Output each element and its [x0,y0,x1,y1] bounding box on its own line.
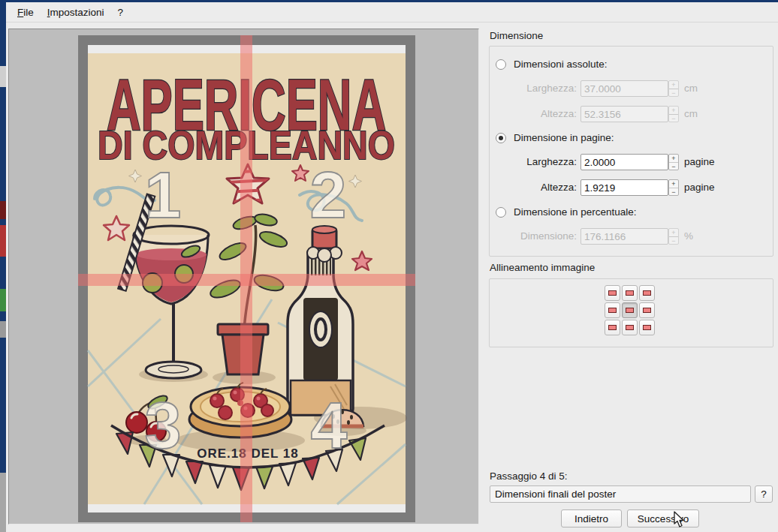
back-button[interactable]: Indietro [561,509,622,527]
desktop-icon-fragment [0,473,6,532]
page-number-2: 2 [310,158,347,232]
pages-width-spinner[interactable]: + − [668,154,679,170]
align-icon [608,325,617,330]
align-bottom-center-button[interactable] [622,320,638,335]
alignment-section-heading: Allineamento immagine [490,262,595,273]
desktop-icon-fragment [0,201,6,219]
radio-size-percentage-label: Dimensione in percentuale: [514,206,637,218]
align-icon [643,308,651,313]
abs-width-input[interactable] [580,80,668,97]
align-icon [643,325,651,330]
align-top-center-button[interactable] [622,285,638,301]
settings-panel: Dimensione Dimensioni assolute: Larghezz… [487,23,778,532]
percent-unit: % [684,230,693,242]
radio-size-in-pages-label: Dimensione in pagine: [514,132,614,143]
align-top-right-button[interactable] [639,285,655,301]
desktop-icon-fragment [0,66,6,87]
menu-bar: File Impostazioni ? [6,2,778,23]
abs-height-label: Altezza: [502,108,577,119]
menu-help[interactable]: ? [111,4,131,21]
spin-down-button[interactable]: − [669,188,678,196]
spin-down-button[interactable]: − [669,89,678,97]
abs-width-unit: cm [684,83,698,94]
radio-size-in-pages[interactable] [496,133,506,143]
percent-input[interactable] [580,228,668,245]
help-button[interactable]: ? [755,485,773,503]
desktop-edge-strip [0,0,6,532]
align-icon [626,290,634,296]
desktop-icon-fragment [0,225,6,257]
pages-width-label: Larghezza: [502,156,577,167]
pages-height-label: Altezza: [502,182,577,193]
align-icon [626,308,634,313]
desktop-icon-fragment [0,289,6,311]
spin-up-button[interactable]: + [669,107,678,114]
abs-width-spinner[interactable]: + − [668,80,679,97]
abs-height-input[interactable] [580,106,668,122]
pages-height-input[interactable] [580,179,668,196]
size-groupbox [489,46,773,257]
menu-settings[interactable]: Impostazioni [41,4,111,21]
next-button[interactable]: Successivo [627,509,699,527]
poster-preview-image: APERICENA DI COMPLEANNO [78,35,415,522]
page-number-1: 1 [145,158,182,232]
pages-width-unit: pagine [684,156,715,167]
spin-down-button[interactable]: − [669,236,678,245]
spin-down-button[interactable]: − [669,114,678,122]
align-icon [608,290,617,296]
radio-size-percentage[interactable] [496,207,506,218]
align-middle-right-button[interactable] [639,302,655,318]
align-center-button[interactable] [622,302,638,318]
align-icon [626,325,634,330]
mouse-cursor [674,511,686,528]
desktop-icon-fragment [0,321,6,338]
align-bottom-left-button[interactable] [605,320,620,335]
horizontal-page-split-band [78,274,415,286]
percent-spinner[interactable]: + − [668,228,679,245]
page-number-3: 3 [145,388,182,462]
spin-up-button[interactable]: + [669,155,678,162]
poster-preview-panel: APERICENA DI COMPLEANNO [8,29,479,524]
align-icon [608,308,617,313]
abs-width-label: Larghezza: [502,83,577,94]
spin-up-button[interactable]: + [669,180,678,188]
wizard-step-title: Dimensioni finali del poster [490,485,751,503]
pages-height-spinner[interactable]: + − [668,179,679,196]
align-icon [643,290,651,296]
spin-up-button[interactable]: + [669,81,678,89]
menu-file[interactable]: File [11,4,41,21]
percent-label: Dimensione: [502,230,577,242]
spin-down-button[interactable]: − [669,162,678,170]
align-top-left-button[interactable] [605,285,620,301]
abs-height-spinner[interactable]: + − [668,106,679,122]
wizard-step-label: Passaggio 4 di 5: [490,470,568,482]
spin-up-button[interactable]: + [669,229,678,236]
abs-height-unit: cm [684,108,698,119]
align-middle-left-button[interactable] [605,302,620,318]
radio-absolute-size[interactable] [496,59,506,70]
size-section-heading: Dimensione [490,30,543,41]
alignment-grid [605,285,655,335]
page-number-4: 4 [311,388,348,462]
pages-height-unit: pagine [684,182,715,193]
radio-absolute-size-label: Dimensioni assolute: [514,59,608,70]
pages-width-input[interactable] [580,154,668,170]
align-bottom-right-button[interactable] [639,320,655,335]
